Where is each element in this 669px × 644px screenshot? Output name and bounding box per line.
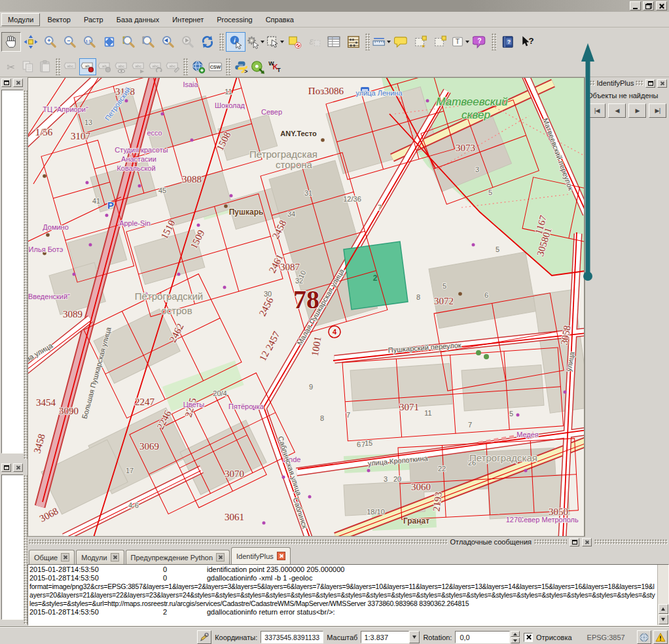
nav-last-button[interactable]: ▶| xyxy=(649,103,666,118)
render-checkbox[interactable] xyxy=(524,633,533,642)
dock-grip[interactable] xyxy=(534,539,567,545)
tab-close-button[interactable] xyxy=(61,553,69,562)
map-tips-button[interactable] xyxy=(391,32,411,52)
label-move-button[interactable]: abc xyxy=(130,58,147,75)
menu-item-1[interactable]: Вектор xyxy=(41,14,77,26)
run-feature-action-button[interactable] xyxy=(245,32,265,52)
dock-close-button[interactable] xyxy=(13,79,23,87)
wkt-button[interactable]: WKT xyxy=(266,58,283,75)
tab-2[interactable]: Предупреждение Python xyxy=(126,550,230,564)
python-console-button[interactable]: > xyxy=(232,58,249,75)
zoom-last-button[interactable] xyxy=(158,32,178,52)
tab-1[interactable]: Модули xyxy=(76,550,124,564)
refresh-button[interactable] xyxy=(198,32,217,52)
menu-item-6[interactable]: Справка xyxy=(260,14,300,26)
tab-0[interactable]: Общие xyxy=(29,550,75,564)
nav-previous-button[interactable]: ◀ xyxy=(608,103,626,118)
tab-close-button[interactable] xyxy=(216,553,225,562)
zoom-to-layer-button[interactable] xyxy=(139,32,158,52)
label-pin-button[interactable]: ab xyxy=(96,58,113,75)
select-by-expression-button[interactable]: ε xyxy=(304,32,324,52)
map-label: 20 xyxy=(393,475,401,483)
dock-close-button[interactable] xyxy=(582,538,592,546)
spin-up-button[interactable] xyxy=(511,631,520,637)
label-rotate-button[interactable]: abc xyxy=(147,58,164,75)
scroll-down-button[interactable] xyxy=(659,615,668,624)
text-annotation-button[interactable]: T xyxy=(450,32,470,52)
map-canvas[interactable]: 310831071/563088Поз308630733087307230893… xyxy=(27,77,585,537)
label-edit-button[interactable]: abc xyxy=(164,58,181,75)
nav-next-button[interactable]: ▶ xyxy=(628,103,646,118)
panel-grip[interactable] xyxy=(636,80,643,86)
zoom-full-button[interactable] xyxy=(99,32,119,52)
left-dock-panel[interactable] xyxy=(1,90,24,454)
show-bookmarks-button[interactable] xyxy=(431,32,450,52)
crs-globe-button[interactable] xyxy=(637,630,651,644)
nav-first-button[interactable]: |◀ xyxy=(588,103,606,118)
panel-float-button[interactable] xyxy=(645,79,655,88)
rotation-value[interactable]: 0,0 xyxy=(455,631,510,643)
qgis-plugin-button[interactable] xyxy=(249,58,266,75)
minimize-button[interactable] xyxy=(630,1,641,10)
labeling-button[interactable]: abc xyxy=(62,58,79,75)
zoom-actual-button[interactable]: 1:1 xyxy=(80,32,99,52)
left-dock-collapsed xyxy=(0,77,27,462)
label-pin-red-button[interactable]: ab xyxy=(79,58,96,75)
help-contents-button[interactable]: ? xyxy=(498,32,518,52)
dock-float-button[interactable] xyxy=(1,79,11,87)
pan-to-selection-button[interactable] xyxy=(21,32,41,52)
panel-grip[interactable] xyxy=(587,80,595,86)
identify-button[interactable]: i xyxy=(226,32,245,52)
left-dock-panel[interactable] xyxy=(1,474,24,620)
new-bookmark-button[interactable]: ★ xyxy=(411,32,431,52)
close-button[interactable] xyxy=(656,1,667,10)
deselect-features-button[interactable] xyxy=(285,32,304,52)
menu-item-3[interactable]: База данных xyxy=(111,14,166,26)
scale-value[interactable]: 1:3.837 xyxy=(361,631,409,643)
measure-button[interactable] xyxy=(372,32,391,52)
cut-button[interactable]: ✂ xyxy=(3,58,20,75)
scale-combobox[interactable]: 1:3.837 xyxy=(361,631,420,643)
menu-item-2[interactable]: Растр xyxy=(78,14,109,26)
dock-grip[interactable] xyxy=(594,539,668,545)
whats-this-button[interactable]: ? xyxy=(518,32,537,52)
scale-dropdown-button[interactable] xyxy=(409,631,420,643)
dock-close-button[interactable] xyxy=(13,463,23,472)
window-titlebar xyxy=(0,0,669,12)
zoom-to-selection-button[interactable] xyxy=(119,32,139,52)
menu-item-5[interactable]: Processing xyxy=(211,14,258,26)
coordinates-field[interactable]: 3373545.8391133 xyxy=(261,631,323,643)
svg-text:i: i xyxy=(234,37,236,44)
zoom-last-icon xyxy=(161,35,175,49)
log-scrollbar[interactable] xyxy=(657,565,668,625)
attribute-table-button[interactable] xyxy=(324,32,344,52)
label-visibility-button[interactable]: abc xyxy=(113,58,130,75)
messages-warning-button[interactable] xyxy=(653,630,668,644)
identifyplus-button[interactable]: ? xyxy=(470,32,490,52)
spin-down-button[interactable] xyxy=(511,637,520,643)
menu-item-0[interactable]: Модули xyxy=(1,13,40,26)
menu-item-4[interactable]: Интернет xyxy=(166,14,209,26)
add-wms-layer-button[interactable] xyxy=(190,58,207,75)
metasearch-button[interactable]: CSW xyxy=(207,58,224,75)
dock-grip[interactable] xyxy=(29,539,448,545)
rotation-spinner[interactable]: 0,0 xyxy=(455,631,520,643)
pan-hand-button[interactable] xyxy=(1,32,21,52)
panel-close-button[interactable] xyxy=(657,79,667,88)
dock-float-button[interactable] xyxy=(1,463,11,472)
zoom-out-button[interactable]: − xyxy=(60,32,80,52)
dock-float-button[interactable] xyxy=(570,538,579,546)
tab-close-button[interactable] xyxy=(111,553,119,562)
tab-3[interactable]: IdentifyPlus xyxy=(231,547,291,564)
select-features-button[interactable] xyxy=(265,32,285,52)
zoom-in-button[interactable]: + xyxy=(41,32,60,52)
scroll-up-button[interactable] xyxy=(659,604,668,614)
tab-close-button[interactable] xyxy=(277,552,285,560)
paste-button[interactable] xyxy=(37,58,54,75)
toggle-extents-button[interactable] xyxy=(197,630,211,644)
copy-button[interactable] xyxy=(20,58,37,75)
restore-button[interactable] xyxy=(643,1,654,10)
show-bookmarks-icon xyxy=(433,35,448,49)
field-calculator-button[interactable] xyxy=(344,32,363,52)
zoom-next-button[interactable] xyxy=(178,32,198,52)
